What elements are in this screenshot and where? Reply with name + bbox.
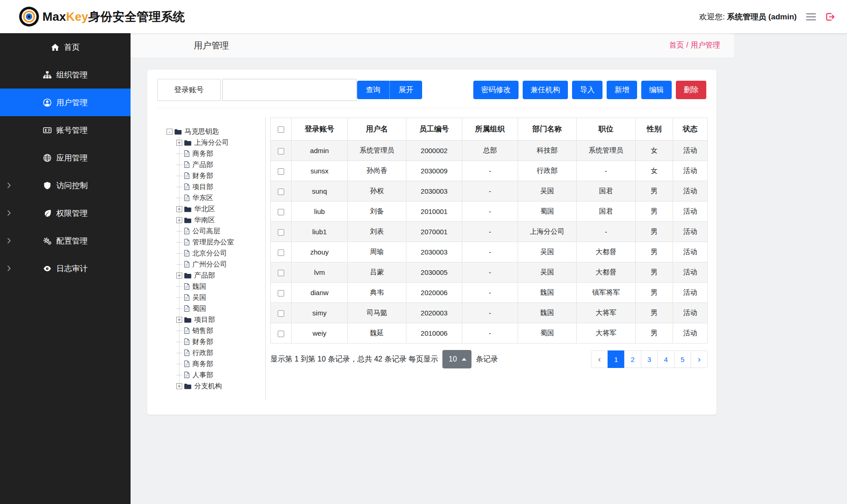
table-row[interactable]: sunq孙权2030003-吴国国君男活动 bbox=[271, 181, 708, 202]
tree-node-label[interactable]: 公司高层 bbox=[191, 227, 220, 236]
row-select-cell[interactable] bbox=[271, 222, 292, 242]
tree-root-label[interactable]: 马克思钥匙 bbox=[184, 127, 219, 136]
row-select-cell[interactable] bbox=[271, 242, 292, 262]
tree-node-label[interactable]: 广州分公司 bbox=[191, 260, 227, 269]
tree-expand-toggle[interactable]: + bbox=[176, 206, 182, 212]
tree-expand-toggle[interactable]: + bbox=[176, 217, 182, 223]
column-header[interactable]: 职位 bbox=[577, 118, 636, 141]
tree-node-label[interactable]: 行政部 bbox=[191, 349, 213, 357]
breadcrumb-home[interactable]: 首页 bbox=[669, 41, 684, 49]
row-select-cell[interactable] bbox=[271, 181, 292, 202]
column-header[interactable]: 用户名 bbox=[348, 118, 406, 141]
tree-node[interactable]: 吴国 bbox=[176, 292, 262, 303]
tree-node[interactable]: 财务部 bbox=[176, 336, 262, 347]
column-header[interactable]: 所属组织 bbox=[462, 118, 518, 141]
row-checkbox[interactable] bbox=[278, 148, 284, 154]
tree-node[interactable]: 公司高层 bbox=[176, 225, 262, 237]
tree-node-label[interactable]: 销售部 bbox=[191, 326, 213, 335]
tree-node-label[interactable]: 魏国 bbox=[191, 282, 206, 291]
table-row[interactable]: lvm吕蒙2030005-吴国大都督男活动 bbox=[271, 262, 708, 283]
login-account-input[interactable] bbox=[222, 79, 357, 101]
tree-node[interactable]: 项目部 bbox=[176, 181, 262, 192]
tree-expand-toggle[interactable]: + bbox=[176, 140, 182, 146]
toolbar-button-0[interactable]: 密码修改 bbox=[473, 81, 519, 99]
sidebar-item-organization[interactable]: 组织管理 bbox=[0, 61, 131, 89]
tree-node[interactable]: 广州分公司 bbox=[176, 259, 262, 270]
row-checkbox[interactable] bbox=[278, 189, 284, 195]
tree-node[interactable]: 魏国 bbox=[176, 281, 262, 292]
tree-node[interactable]: +分支机构 bbox=[176, 380, 262, 391]
tree-root-collapse-toggle[interactable]: - bbox=[167, 129, 173, 135]
row-checkbox[interactable] bbox=[278, 209, 284, 215]
toolbar-button-3[interactable]: 新增 bbox=[607, 81, 637, 99]
tree-node-label[interactable]: 财务部 bbox=[191, 338, 213, 346]
toolbar-button-2[interactable]: 导入 bbox=[572, 81, 602, 99]
toolbar-button-4[interactable]: 编辑 bbox=[641, 81, 672, 99]
row-select-cell[interactable] bbox=[271, 202, 292, 222]
tree-node[interactable]: 商务部 bbox=[176, 148, 262, 159]
row-checkbox[interactable] bbox=[278, 310, 284, 317]
page-size-dropdown[interactable]: 10 bbox=[442, 350, 472, 368]
tree-node[interactable]: 销售部 bbox=[176, 325, 262, 336]
select-all-cell[interactable] bbox=[271, 118, 292, 141]
tree-node[interactable]: 华东区 bbox=[176, 192, 262, 203]
tree-node[interactable]: 管理层办公室 bbox=[176, 237, 262, 248]
row-select-cell[interactable] bbox=[271, 303, 292, 323]
query-button[interactable]: 查询 bbox=[357, 81, 389, 99]
tree-expand-toggle[interactable]: + bbox=[176, 317, 182, 323]
tree-node-label[interactable]: 华北区 bbox=[193, 205, 215, 213]
page-button-2[interactable]: 2 bbox=[624, 350, 641, 368]
logout-icon[interactable] bbox=[825, 12, 835, 21]
page-button-3[interactable]: 3 bbox=[641, 350, 658, 368]
row-select-cell[interactable] bbox=[271, 262, 292, 283]
column-header[interactable]: 部门名称 bbox=[518, 118, 577, 141]
row-checkbox[interactable] bbox=[278, 290, 284, 296]
tree-node[interactable]: 财务部 bbox=[176, 170, 262, 181]
row-select-cell[interactable] bbox=[271, 283, 292, 303]
tree-node[interactable]: 产品部 bbox=[176, 159, 262, 170]
table-row[interactable]: sunsx孙尚香2030009-行政部-女活动 bbox=[271, 161, 708, 181]
table-row[interactable]: zhouy周瑜2030003-吴国大都督男活动 bbox=[271, 242, 708, 262]
tree-node-label[interactable]: 项目部 bbox=[193, 315, 215, 324]
tree-node[interactable]: 北京分公司 bbox=[176, 248, 262, 259]
tree-node-label[interactable]: 项目部 bbox=[191, 183, 213, 191]
page-button-5[interactable]: 5 bbox=[674, 350, 691, 368]
toolbar-button-1[interactable]: 兼任机构 bbox=[523, 81, 568, 99]
row-select-cell[interactable] bbox=[271, 141, 292, 161]
tree-node-label[interactable]: 商务部 bbox=[191, 360, 213, 368]
toolbar-button-5[interactable]: 删除 bbox=[676, 81, 706, 99]
table-row[interactable]: liub1刘表2070001-上海分公司-男活动 bbox=[271, 222, 708, 242]
sidebar-item-permission[interactable]: 权限管理 bbox=[0, 199, 131, 227]
page-button-4[interactable]: 4 bbox=[657, 350, 674, 368]
sidebar-item-config[interactable]: 配置管理 bbox=[0, 227, 131, 255]
select-all-checkbox[interactable] bbox=[278, 126, 284, 133]
table-row[interactable]: admin系统管理员2000002总部科技部系统管理员女活动 bbox=[271, 141, 708, 161]
tree-node-label[interactable]: 华东区 bbox=[191, 194, 213, 202]
tree-node-label[interactable]: 华南区 bbox=[193, 216, 215, 225]
tree-node[interactable]: +华南区 bbox=[176, 214, 262, 225]
column-header[interactable]: 性别 bbox=[636, 118, 673, 141]
sidebar-item-user[interactable]: 用户管理 bbox=[0, 89, 131, 116]
tree-node-label[interactable]: 产品部 bbox=[191, 160, 213, 169]
tree-node-label[interactable]: 人事部 bbox=[191, 371, 213, 379]
tree-node-label[interactable]: 财务部 bbox=[191, 172, 213, 180]
tree-node-label[interactable]: 吴国 bbox=[191, 293, 206, 302]
tree-node[interactable]: +华北区 bbox=[176, 203, 262, 214]
sidebar-item-application[interactable]: 应用管理 bbox=[0, 144, 131, 172]
sidebar-item-access-control[interactable]: 访问控制 bbox=[0, 172, 131, 199]
tree-node[interactable]: 人事部 bbox=[176, 369, 262, 380]
tree-node-label[interactable]: 上海分公司 bbox=[193, 138, 229, 147]
table-row[interactable]: weiy魏延2010006-蜀国大将军男活动 bbox=[271, 323, 708, 344]
row-checkbox[interactable] bbox=[278, 331, 284, 337]
tree-node-label[interactable]: 产品部 bbox=[193, 271, 215, 280]
table-row[interactable]: simy司马懿2020003-魏国大将军男活动 bbox=[271, 303, 708, 323]
tree-node[interactable]: 蜀国 bbox=[176, 303, 262, 314]
table-row[interactable]: liub刘备2010001-蜀国国君男活动 bbox=[271, 202, 708, 222]
tree-expand-toggle[interactable]: + bbox=[176, 383, 182, 389]
row-checkbox[interactable] bbox=[278, 270, 284, 276]
tree-node[interactable]: +上海分公司 bbox=[176, 137, 262, 148]
tree-root[interactable]: - 马克思钥匙 bbox=[167, 126, 262, 137]
page-prev-button[interactable]: ‹ bbox=[591, 350, 608, 368]
row-checkbox[interactable] bbox=[278, 229, 284, 236]
column-header[interactable]: 状态 bbox=[673, 118, 708, 141]
